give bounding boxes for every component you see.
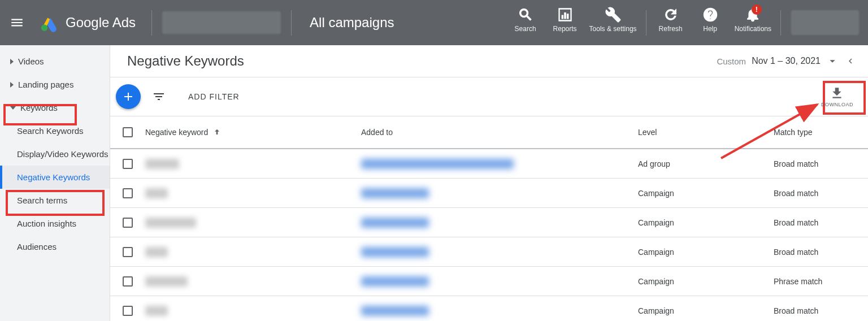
tool-help[interactable]: Help [691,0,730,33]
menu-icon[interactable] [0,0,34,45]
level-cell: Campaign [638,248,774,257]
chevron-down-icon[interactable] [826,55,839,67]
brand-text: Google Ads [66,15,136,31]
row-checkbox[interactable] [123,276,133,287]
notification-badge: ! [752,5,762,15]
tool-reports[interactable]: Reports [545,0,585,33]
keywords-table: Negative keyword Added to Level Match ty… [110,116,868,321]
filter-icon [152,90,166,103]
page-title: Negative Keywords [127,53,717,69]
sidebar-item-search-terms[interactable]: Search terms [0,189,110,212]
divider [291,10,292,36]
sidebar-item-display-video-keywords[interactable]: Display/Video Keywords [0,142,110,166]
search-icon [518,7,533,23]
row-checkbox[interactable] [123,159,133,169]
added-to-cell[interactable] [361,276,429,287]
plus-icon [121,90,135,103]
select-all-checkbox[interactable] [123,127,133,137]
ads-logo[interactable]: Google Ads [34,13,141,32]
added-to-cell[interactable] [361,218,429,228]
filter-icon-button[interactable] [146,84,171,109]
date-label: Custom [717,57,746,66]
scope-text[interactable]: All campaigns [302,15,402,31]
sidebar-item-audiences[interactable]: Audiences [0,235,110,258]
title-row: Negative Keywords Custom Nov 1 – 30, 202… [110,45,868,77]
keyword-cell [145,188,168,198]
header-tools: Search Reports Tools & settings Refresh … [506,0,868,45]
col-negative-keyword[interactable]: Negative keyword [145,128,361,137]
col-match-type[interactable]: Match type [774,128,868,137]
refresh-icon [663,7,679,23]
table-row[interactable]: CampaignBroad match [110,208,868,237]
download-icon [830,86,844,101]
caret-right-icon [10,59,14,64]
chevron-left-icon[interactable] [845,56,856,66]
toolbar-row: ADD FILTER DOWNLOAD [110,77,868,116]
keyword-cell [145,218,196,228]
table-row[interactable]: CampaignBroad match [110,179,868,208]
wrench-icon [605,7,621,23]
match-type-cell: Phrase match [774,277,868,286]
sidebar-item-landing[interactable]: Landing pages [0,73,110,96]
sidebar-item-search-keywords[interactable]: Search Keywords [0,119,110,142]
tool-refresh[interactable]: Refresh [651,0,691,33]
table-row[interactable]: CampaignPhrase match [110,267,868,296]
keyword-cell [145,159,179,169]
help-icon [702,7,718,23]
reports-icon [557,7,573,23]
app-header: Google Ads All campaigns Search Reports … [0,0,868,45]
col-level[interactable]: Level [638,128,774,137]
match-type-cell: Broad match [774,218,868,227]
level-cell: Ad group [638,159,774,168]
row-checkbox[interactable] [123,218,133,228]
level-cell: Campaign [638,277,774,286]
level-cell: Campaign [638,189,774,198]
main-area: Videos Landing pages Keywords Search Key… [0,45,868,321]
sidebar-item-videos[interactable]: Videos [0,50,110,73]
divider [646,10,646,36]
row-checkbox[interactable] [123,247,133,257]
add-filter-button[interactable]: ADD FILTER [188,92,240,101]
table-header: Negative keyword Added to Level Match ty… [110,116,868,149]
sidebar-item-negative-keywords[interactable]: Negative Keywords [0,166,110,189]
match-type-cell: Broad match [774,248,868,257]
match-type-cell: Broad match [774,159,868,168]
sidebar-item-auction-insights[interactable]: Auction insights [0,212,110,235]
table-row[interactable]: CampaignBroad match [110,296,868,321]
sort-arrow-icon [212,128,222,137]
sidebar-item-keywords[interactable]: Keywords [0,96,110,119]
sidebar: Videos Landing pages Keywords Search Key… [0,45,110,321]
table-row[interactable]: CampaignBroad match [110,237,868,267]
google-ads-icon [40,13,59,32]
match-type-cell: Broad match [774,306,868,315]
caret-right-icon [10,82,14,88]
date-range[interactable]: Nov 1 – 30, 2021 [752,56,821,66]
keyword-cell [145,306,168,316]
match-type-cell: Broad match [774,189,868,198]
account-switcher[interactable] [791,10,859,35]
tool-notifications[interactable]: ! Notifications [730,0,776,33]
level-cell: Campaign [638,306,774,315]
keyword-cell [145,276,188,287]
tool-search[interactable]: Search [506,0,545,33]
row-checkbox[interactable] [123,188,133,198]
divider [151,10,152,36]
level-cell: Campaign [638,218,774,227]
svg-point-0 [41,25,47,31]
added-to-cell[interactable] [361,159,514,169]
table-row[interactable]: Ad groupBroad match [110,149,868,179]
content: Negative Keywords Custom Nov 1 – 30, 202… [110,45,868,321]
divider [780,10,781,36]
header-left: Google Ads All campaigns [0,0,402,45]
added-to-cell[interactable] [361,306,429,316]
added-to-cell[interactable] [361,247,429,257]
keyword-cell [145,247,168,257]
col-added-to[interactable]: Added to [361,128,638,137]
tool-tools-settings[interactable]: Tools & settings [585,0,641,33]
caret-down-icon [10,106,16,110]
download-button[interactable]: DOWNLOAD [819,85,856,109]
account-selector[interactable] [162,11,281,34]
added-to-cell[interactable] [361,188,429,198]
add-button[interactable] [116,84,141,109]
row-checkbox[interactable] [123,306,133,316]
